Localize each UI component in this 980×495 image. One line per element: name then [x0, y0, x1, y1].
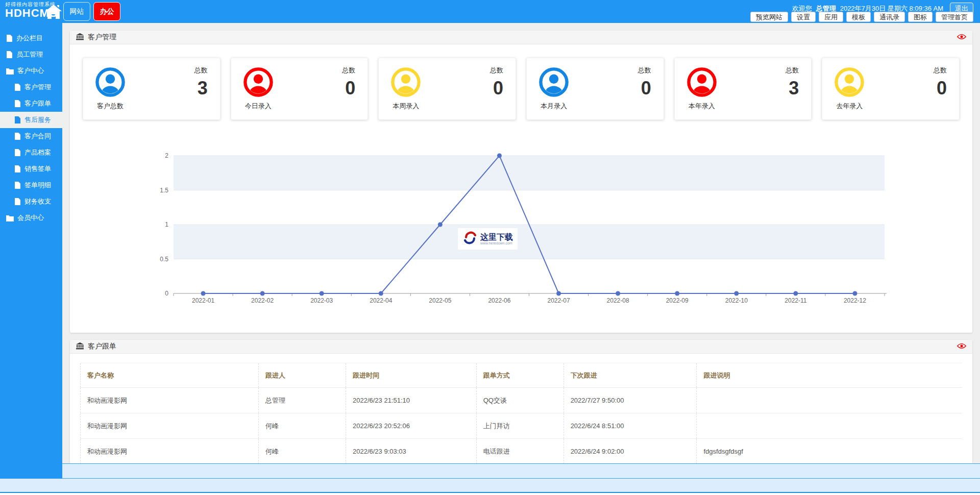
sidebar-item-会员中心[interactable]: 会员中心 — [0, 210, 62, 226]
data-point — [556, 291, 561, 296]
file-icon — [14, 116, 21, 123]
table-header-row: 客户名称跟进人跟进时间跟单方式下次跟进跟进说明 — [81, 363, 963, 388]
customer-mgmt-panel: 客户管理 客户总数总数3今日录入总数0本周录入总数0本月录入总数0本年录入总数3… — [70, 31, 972, 333]
table-cell: QQ交谈 — [476, 388, 564, 413]
stat-card-right: 总数0 — [342, 64, 355, 113]
quick-button[interactable]: 管理首页 — [936, 12, 973, 22]
collapse-eye-icon[interactable] — [957, 342, 966, 351]
panel-title: 客户管理 — [88, 33, 116, 42]
user-icon — [391, 67, 421, 97]
bank-icon — [76, 342, 84, 351]
stat-card-badge: 总数 — [194, 66, 208, 75]
stat-card-value: 0 — [641, 79, 651, 97]
sidebar-item-客户跟单[interactable]: 客户跟单 — [0, 95, 62, 112]
sidebar-item-办公栏目[interactable]: 办公栏目 — [0, 30, 62, 46]
stat-card-今日录入: 今日录入总数0 — [231, 58, 369, 120]
table-row: 和动画漫影网何峰2022/6/23 20:52:06上门拜访2022/6/24 … — [81, 413, 963, 439]
x-tick-label: 2022-09 — [666, 297, 689, 304]
quick-button[interactable]: 模板 — [846, 12, 871, 22]
page-footer-strip — [0, 479, 980, 493]
file-icon — [14, 100, 21, 107]
quick-button[interactable]: 设置 — [791, 12, 816, 22]
quick-button[interactable]: 应用 — [819, 12, 843, 22]
collapse-eye-icon[interactable] — [957, 33, 966, 42]
sidebar-item-财务收支[interactable]: 财务收支 — [0, 193, 62, 210]
sidebar-item-label: 办公栏目 — [16, 34, 43, 43]
folder-icon — [6, 215, 14, 221]
content-footer-strip — [62, 463, 980, 479]
stat-card-left: 去年录入 — [835, 64, 864, 113]
folder-icon — [6, 68, 14, 75]
stat-card-right: 总数3 — [194, 64, 208, 113]
x-tick-label: 2022-08 — [607, 297, 629, 304]
table-cell — [697, 388, 962, 413]
sidebar-item-客户管理[interactable]: 客户管理 — [0, 79, 62, 95]
table-cell: fdgsfdsgfdsgf — [697, 439, 962, 464]
sidebar-item-销售签单[interactable]: 销售签单 — [0, 161, 62, 177]
stat-card-value: 3 — [198, 79, 208, 97]
quick-button[interactable]: 通讯录 — [874, 12, 905, 22]
stat-card-value: 3 — [789, 79, 799, 97]
stat-card-right: 总数0 — [490, 64, 503, 113]
x-tick-label: 2022-11 — [785, 297, 806, 304]
file-icon — [14, 182, 21, 189]
y-tick-label: 1 — [165, 221, 168, 228]
chart-band — [174, 156, 885, 190]
y-tick-label: 0 — [165, 290, 168, 297]
data-point — [616, 291, 620, 296]
stat-card-right: 总数3 — [786, 64, 799, 113]
file-icon — [14, 149, 21, 156]
sidebar-item-产品档案[interactable]: 产品档案 — [0, 144, 62, 161]
watermark-title: 这里下载 — [480, 233, 513, 242]
stat-card-label: 今日录入 — [245, 102, 272, 111]
x-tick-label: 2022-02 — [251, 297, 274, 304]
tab-office[interactable]: 办公 — [93, 2, 120, 21]
panel-header: 客户跟单 — [70, 340, 972, 354]
quick-button[interactable]: 预览网站 — [750, 12, 788, 22]
stat-card-label: 本月录入 — [541, 102, 567, 111]
x-tick-label: 2022-05 — [429, 297, 451, 304]
stat-card-left: 客户总数 — [95, 64, 125, 113]
stat-card-label: 本周录入 — [393, 102, 419, 111]
stat-card-value: 0 — [937, 79, 947, 97]
sidebar-item-label: 客户中心 — [17, 66, 44, 76]
sidebar-item-客户合同[interactable]: 客户合同 — [0, 128, 62, 144]
sidebar-item-label: 客户管理 — [24, 83, 51, 92]
y-tick-label: 1.5 — [160, 187, 168, 194]
sidebar-item-客户中心[interactable]: 客户中心 — [0, 63, 62, 79]
y-tick-label: 2 — [165, 152, 168, 159]
stat-card-value: 0 — [345, 79, 355, 97]
table-cell: 2022/7/27 9:50:00 — [564, 388, 697, 413]
sidebar-item-label: 产品档案 — [24, 148, 51, 157]
table-cell: 2022/6/23 21:51:10 — [346, 388, 476, 413]
table-cell: 上门拜访 — [476, 413, 564, 439]
data-point — [438, 222, 443, 227]
data-point — [793, 291, 798, 296]
sidebar-item-员工管理[interactable]: 员工管理 — [0, 46, 62, 63]
table-cell: 2022/6/24 9:02:00 — [564, 439, 697, 464]
sidebar-item-label: 员工管理 — [16, 50, 43, 59]
sidebar-item-label: 售后服务 — [24, 115, 51, 125]
file-icon — [14, 133, 21, 140]
sidebar-item-label: 客户合同 — [24, 132, 51, 141]
tab-website[interactable]: 网站 — [63, 2, 90, 21]
quick-buttons: 预览网站设置应用模板通讯录图标管理首页 — [750, 12, 973, 22]
chart-band — [174, 225, 885, 259]
sidebar: 办公栏目员工管理客户中心客户管理客户跟单售后服务客户合同产品档案销售签单签单明细… — [0, 23, 62, 479]
line-chart-svg: 00.511.522022-012022-022022-032022-04202… — [70, 152, 972, 305]
table-header-cell: 跟单方式 — [476, 363, 564, 388]
table-cell: 总管理 — [258, 388, 346, 413]
watermark-swirl-icon — [462, 230, 478, 247]
x-tick-label: 2022-10 — [725, 297, 748, 304]
panel-title: 客户跟单 — [88, 342, 116, 351]
sidebar-item-签单明细[interactable]: 签单明细 — [0, 177, 62, 193]
sidebar-item-售后服务[interactable]: 售后服务 — [0, 112, 62, 128]
watermark: 这里下载 www.heredown.com — [458, 228, 518, 250]
file-icon — [6, 51, 13, 58]
table-cell: 和动画漫影网 — [81, 388, 259, 413]
stat-card-本周录入: 本周录入总数0 — [378, 58, 516, 120]
user-icon — [243, 67, 273, 97]
quick-button[interactable]: 图标 — [908, 12, 933, 22]
user-icon — [835, 67, 864, 97]
stat-card-badge: 总数 — [638, 66, 651, 75]
